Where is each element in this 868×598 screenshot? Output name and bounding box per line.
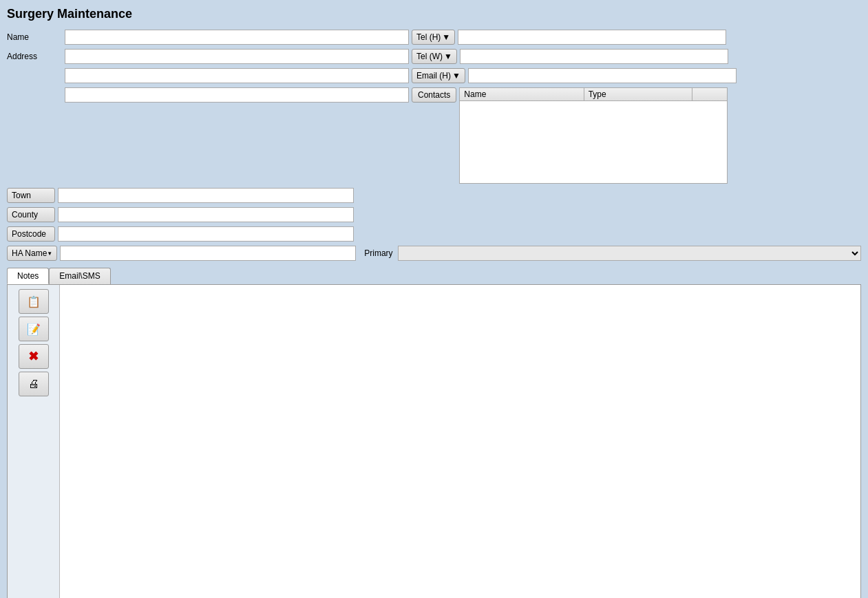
address-row-2: Email (H) ▼ [7, 68, 861, 83]
address-row-1: Address Tel (W) ▼ [7, 49, 861, 64]
town-label-btn[interactable]: Town [7, 188, 55, 203]
contacts-table-container: Name Type [459, 87, 728, 184]
name-label: Name [7, 32, 62, 42]
ha-name-label-btn[interactable]: HA Name ▼ [7, 246, 57, 261]
tab-notes[interactable]: Notes [7, 268, 49, 284]
postcode-row: Postcode [7, 226, 861, 242]
ha-name-input[interactable] [60, 246, 356, 261]
notes-toolbar: 📋 📝 ✖ 🖨 [8, 285, 60, 598]
address-input-1[interactable] [65, 49, 409, 64]
town-dropdown-wrapper [58, 188, 354, 203]
new-note-button[interactable]: 📋 [19, 289, 49, 314]
county-row: County [7, 207, 861, 222]
page-title: Surgery Maintenance [7, 7, 861, 21]
postcode-label-btn[interactable]: Postcode [7, 226, 55, 242]
tel-w-button[interactable]: Tel (W) ▼ [412, 49, 457, 64]
county-select[interactable] [58, 207, 354, 222]
form-grid: Name Tel (H) ▼ Address Tel (W) ▼ Email (… [7, 30, 861, 261]
name-input[interactable] [65, 30, 409, 45]
contacts-table: Name Type [460, 88, 727, 101]
notes-content [60, 285, 860, 598]
address-input-2[interactable] [65, 68, 409, 83]
print-note-button[interactable]: 🖨 [19, 372, 49, 396]
tabs-row: Notes Email\SMS [7, 268, 861, 284]
email-h-button[interactable]: Email (H) ▼ [412, 68, 465, 83]
tel-w-input[interactable] [460, 49, 728, 64]
main-container: Surgery Maintenance Name Tel (H) ▼ Addre… [0, 0, 868, 598]
col-type: Type [584, 88, 692, 101]
tel-h-input[interactable] [458, 30, 726, 45]
contacts-button[interactable]: Contacts [412, 87, 456, 103]
county-label-btn[interactable]: County [7, 207, 55, 222]
address-row-3: Contacts Name Type [7, 87, 861, 184]
postcode-input[interactable] [58, 226, 354, 242]
address-label: Address [7, 52, 62, 61]
delete-note-icon: ✖ [28, 349, 39, 364]
edit-note-button[interactable]: 📝 [19, 317, 49, 341]
email-h-input[interactable] [468, 68, 737, 83]
delete-note-button[interactable]: ✖ [19, 344, 49, 369]
print-note-icon: 🖨 [28, 378, 39, 390]
ha-name-row: HA Name ▼ Primary [7, 246, 861, 261]
name-row: Name Tel (H) ▼ [7, 30, 861, 45]
tab-email-sms[interactable]: Email\SMS [49, 268, 110, 284]
edit-note-icon: 📝 [27, 323, 41, 336]
town-row: Town [7, 188, 861, 203]
tel-h-button[interactable]: Tel (H) ▼ [412, 30, 455, 45]
new-note-icon: 📋 [27, 295, 41, 308]
col-name: Name [460, 88, 584, 101]
primary-label: Primary [364, 248, 395, 258]
county-dropdown-wrapper [58, 207, 354, 222]
address-input-3[interactable] [65, 87, 409, 103]
col-extra [692, 88, 728, 101]
town-select[interactable] [58, 188, 354, 203]
primary-select[interactable] [398, 246, 861, 261]
notes-area: 📋 📝 ✖ 🖨 [7, 284, 861, 598]
